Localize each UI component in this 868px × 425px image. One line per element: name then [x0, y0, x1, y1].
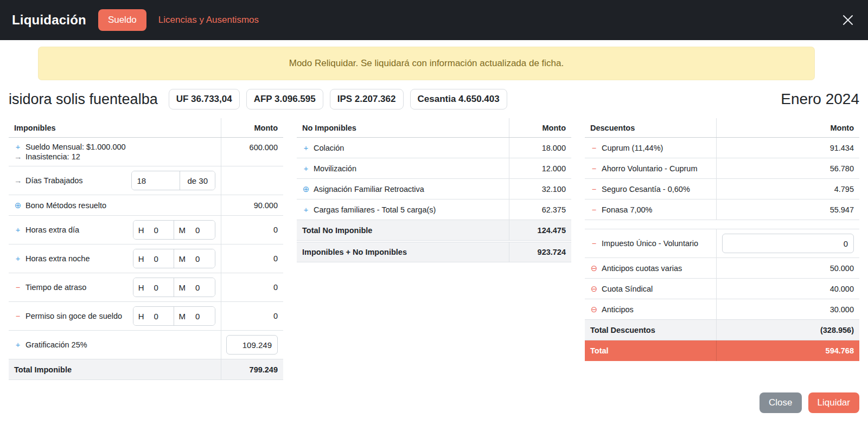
horas-extra-dia-m-input[interactable]: [190, 221, 215, 239]
dias-trabajados-label: Días Trabajados: [25, 176, 83, 185]
permiso-sin-goce-label: Permiso sin goce de sueldo: [25, 312, 122, 320]
no-imponibles-monto-header: Monto: [509, 118, 571, 137]
tab-licencias[interactable]: Licencias y Ausentismos: [158, 15, 259, 25]
cuprum-monto: 91.434: [716, 138, 859, 158]
minus-icon: −: [14, 312, 22, 320]
asignacion-familiar-label: Asignación Familiar Retroactiva: [314, 185, 424, 194]
tiempo-atraso-label: Tiempo de atraso: [25, 283, 86, 292]
no-imponibles-header: No Imponibles: [297, 120, 509, 136]
circled-minus-icon: ⊖: [590, 305, 598, 314]
row-total-no-imponible: Total No Imponible 124.475: [297, 220, 571, 241]
imponibles-header: Imponibles: [9, 120, 221, 136]
tiempo-atraso-h-input[interactable]: [149, 278, 174, 297]
dias-trabajados-input[interactable]: [132, 171, 180, 190]
tiempo-atraso-m-input[interactable]: [190, 278, 215, 297]
page-title: Liquidación: [12, 12, 86, 28]
ahorro-voluntario-label: Ahorro Voluntario - Cuprum: [602, 164, 698, 173]
employee-row: isidora solis fuentealba UF 36.733,04 AF…: [0, 80, 868, 115]
circled-minus-icon: ⊖: [590, 284, 598, 294]
liquidar-button[interactable]: Liquidar: [808, 392, 860, 413]
anticipos-monto: 30.000: [716, 299, 859, 319]
h-label: H: [133, 307, 149, 325]
seguro-cesantia-monto: 4.795: [716, 179, 859, 199]
minus-icon: −: [590, 239, 598, 248]
row-dias-trabajados: → Días Trabajados de 30: [9, 166, 283, 195]
horas-extra-noche-h-input[interactable]: [149, 249, 174, 268]
liquidation-tables: Imponibles Monto + Sueldo Mensual: $1.00…: [0, 115, 868, 380]
close-icon[interactable]: [840, 12, 856, 28]
cuprum-label: Cuprum (11,44%): [602, 144, 663, 152]
cargas-familiares-label: Cargas familiares - Total 5 carga(s): [314, 205, 436, 214]
cargas-familiares-monto: 62.375: [509, 199, 571, 220]
horas-extra-dia-label: Horas extra día: [25, 226, 79, 234]
horas-extra-dia-group: H M: [133, 220, 215, 240]
imponibles-header-row: Imponibles Monto: [9, 118, 283, 138]
row-movilizacion: + Movilización 12.000: [297, 158, 571, 179]
close-button[interactable]: Close: [760, 392, 801, 413]
permiso-sin-goce-group: H M: [133, 306, 215, 326]
plus-icon: +: [302, 144, 310, 152]
row-cuota-sindical: ⊖ Cuota Síndical 40.000: [585, 279, 859, 299]
table-descuentos: Descuentos Monto − Cuprum (11,44%) 91.43…: [585, 118, 859, 361]
imponibles-mas-no-imponibles-label: Imponibles + No Imponibles: [297, 244, 509, 260]
tab-sueldo[interactable]: Sueldo: [98, 9, 146, 31]
movilizacion-label: Movilización: [314, 164, 356, 173]
asignacion-familiar-monto: 32.100: [509, 179, 571, 199]
plus-icon: +: [302, 164, 310, 173]
row-horas-extra-noche: + Horas extra noche H M 0: [9, 244, 283, 273]
minus-icon: −: [590, 185, 598, 194]
cuota-sindical-monto: 40.000: [716, 279, 859, 299]
row-fonasa: − Fonasa 7,00% 55.947: [585, 199, 859, 220]
plus-icon: +: [14, 340, 22, 349]
permiso-sin-goce-h-input[interactable]: [149, 307, 174, 325]
horas-extra-dia-monto: 0: [221, 216, 283, 244]
horas-extra-noche-m-input[interactable]: [190, 249, 215, 268]
total-final-monto: 594.768: [716, 340, 859, 361]
gratificacion-input[interactable]: [226, 335, 278, 355]
row-anticipos-cuotas-varias: ⊖ Anticipos cuotas varias 50.000: [585, 258, 859, 279]
plus-icon: +: [14, 254, 22, 263]
horas-extra-noche-monto: 0: [221, 244, 283, 273]
m-label: M: [174, 307, 191, 325]
ahorro-voluntario-monto: 56.780: [716, 158, 859, 178]
row-ahorro-voluntario: − Ahorro Voluntario - Cuprum 56.780: [585, 158, 859, 179]
row-anticipos: ⊖ Anticipos 30.000: [585, 299, 859, 320]
descuentos-header-row: Descuentos Monto: [585, 118, 859, 138]
horas-extra-dia-h-input[interactable]: [149, 221, 174, 239]
table-no-imponibles: No Imponibles Monto + Colación 18.000 + …: [297, 118, 571, 262]
horas-extra-noche-label: Horas extra noche: [25, 254, 90, 263]
colacion-monto: 18.000: [509, 138, 571, 158]
plus-icon: +: [302, 205, 310, 214]
circled-plus-icon: ⊕: [302, 184, 310, 194]
impuesto-unico-label: Impuesto Único - Voluntario: [602, 239, 698, 248]
badge-afp: AFP 3.096.595: [246, 89, 323, 110]
permiso-sin-goce-monto: 0: [221, 302, 283, 330]
inasistencia-label: Inasistencia: 12: [25, 152, 80, 161]
impuesto-unico-input[interactable]: [722, 234, 854, 253]
table-imponibles: Imponibles Monto + Sueldo Mensual: $1.00…: [9, 118, 283, 380]
total-no-imponible-monto: 124.475: [509, 220, 571, 240]
anticipos-cuotas-varias-label: Anticipos cuotas varias: [602, 264, 682, 273]
permiso-sin-goce-m-input[interactable]: [190, 307, 215, 325]
total-imponible-monto: 799.249: [221, 359, 283, 379]
plus-icon: +: [14, 143, 22, 151]
tiempo-atraso-group: H M: [133, 278, 215, 297]
row-colacion: + Colación 18.000: [297, 138, 571, 158]
row-bono-metodos: ⊕ Bono Métodos resuelto 90.000: [9, 195, 283, 216]
row-cuprum: − Cuprum (11,44%) 91.434: [585, 138, 859, 158]
total-no-imponible-label: Total No Imponible: [297, 222, 509, 239]
h-label: H: [133, 249, 149, 268]
colacion-label: Colación: [314, 144, 344, 152]
row-seguro-cesantia: − Seguro Cesantía - 0,60% 4.795: [585, 179, 859, 199]
reliquidar-banner: Modo Reliquidar. Se liquidará con inform…: [38, 47, 815, 80]
row-imponibles-mas-no-imponibles: Imponibles + No Imponibles 923.724: [297, 242, 571, 262]
total-descuentos-monto: (328.956): [716, 320, 859, 340]
plus-icon: +: [14, 226, 22, 234]
tiempo-atraso-monto: 0: [221, 273, 283, 301]
descuentos-header: Descuentos: [585, 120, 716, 136]
bono-metodos-monto: 90.000: [221, 195, 283, 215]
reliquidar-banner-text: Modo Reliquidar. Se liquidará con inform…: [289, 58, 564, 68]
row-horas-extra-dia: + Horas extra día H M 0: [9, 216, 283, 244]
badge-ips: IPS 2.207.362: [330, 89, 404, 110]
footer-actions: Close Liquidar: [0, 383, 868, 425]
